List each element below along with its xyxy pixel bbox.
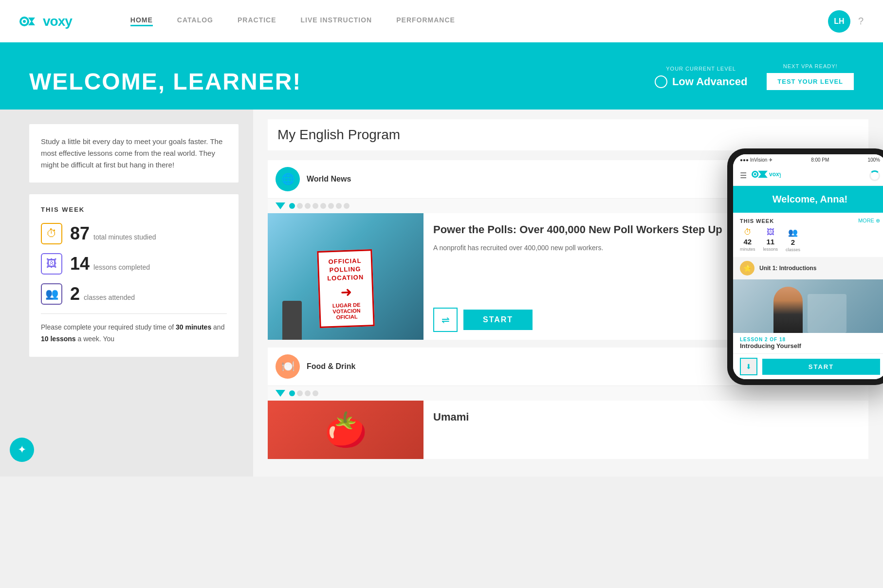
dot-f3 <box>313 390 318 396</box>
nav-performance[interactable]: PERFORMANCE <box>396 16 455 26</box>
stat-minutes-area: 87 total minutes studied <box>70 223 156 244</box>
phone-screen: ●●● InVision ✈ 8:00 PM 100% ☰ voxy <box>733 154 883 379</box>
food-image: 🍅 <box>268 401 423 459</box>
hero-right: YOUR CURRENT LEVEL Low Advanced NEXT VPA… <box>655 63 854 95</box>
dot-3 <box>313 203 318 209</box>
dot-food-active <box>289 390 295 396</box>
help-icon[interactable]: ? <box>858 16 864 27</box>
phone-more[interactable]: MORE ⊕ <box>858 218 880 224</box>
phone-unit-icon: ⭐ <box>740 261 754 276</box>
phone-minutes-num: 42 <box>743 238 752 246</box>
progress-triangle-2 <box>276 390 285 397</box>
stat-row-minutes: ⏱ 87 total minutes studied <box>41 223 227 244</box>
lessons-number: 14 <box>70 254 90 274</box>
tip-card: Study a little bit every day to meet you… <box>29 124 239 183</box>
background-blur <box>808 294 846 333</box>
hamburger-icon[interactable]: ☰ <box>740 171 747 180</box>
next-vpa-label: NEXT VPA READY! <box>767 63 854 69</box>
level-text: Low Advanced <box>672 75 747 88</box>
polling-visual: OFFICIALPOLLINGLOCATION ➜ LUGAR DEVOTACI… <box>268 213 423 340</box>
divider <box>41 313 227 314</box>
phone-lesson-photo <box>733 279 883 333</box>
phone-battery: 100% <box>867 157 880 163</box>
lesson-article-area-2: Umami <box>433 410 859 430</box>
phone-this-week: THIS WEEK MORE ⊕ ⏱ 42 minutes 🖼 11 lesso… <box>733 213 883 257</box>
shuffle-button-1[interactable]: ⇌ <box>433 308 458 332</box>
food-drink-label: Food & Drink <box>307 362 355 371</box>
phone-time: 8:00 PM <box>811 157 829 163</box>
nav-catalog[interactable]: CATALOG <box>177 16 213 26</box>
start-button-1[interactable]: START <box>463 310 533 330</box>
nav-home[interactable]: HOME <box>130 16 153 26</box>
world-news-icon: 🌐 <box>276 167 300 191</box>
loading-spinner <box>869 170 880 181</box>
polling-sign-text: OFFICIALPOLLINGLOCATION <box>326 257 364 283</box>
minutes-label: total minutes studied <box>93 233 156 241</box>
stat-lessons-area: 14 lessons completed <box>70 254 150 274</box>
classes-label: classes attended <box>84 294 135 301</box>
phone-download-button[interactable]: ⬇ <box>740 358 757 375</box>
lessons-label: lessons completed <box>93 263 150 271</box>
person-figure <box>773 287 803 333</box>
article-title-2: Umami <box>433 410 859 424</box>
phone-this-week-title: THIS WEEK <box>740 218 774 224</box>
current-level-label: YOUR CURRENT LEVEL <box>655 66 747 72</box>
phone-stat-minutes: ⏱ 42 minutes <box>740 228 755 252</box>
tip-text: Study a little bit every day to meet you… <box>41 136 227 171</box>
classes-number: 2 <box>70 284 80 304</box>
badge-icon[interactable]: ✦ <box>10 438 34 462</box>
svg-text:voxy: voxy <box>769 171 781 178</box>
polling-sign: OFFICIALPOLLINGLOCATION ➜ LUGAR DEVOTACI… <box>317 249 374 328</box>
hero-title: WELCOME, LEARNER! <box>29 68 301 95</box>
phone-status-bar: ●●● InVision ✈ 8:00 PM 100% <box>733 154 883 165</box>
lessons-icon: 🖼 <box>41 253 62 275</box>
polling-image: OFFICIALPOLLINGLOCATION ➜ LUGAR DEVOTACI… <box>268 213 423 340</box>
svg-point-5 <box>754 173 756 176</box>
classes-icon: 👥 <box>41 283 62 305</box>
current-level-section: YOUR CURRENT LEVEL Low Advanced <box>655 66 747 88</box>
phone-lesson-image <box>733 279 883 333</box>
phone-lesson-card: LESSON 2 OF 18 Introducing Yourself ⬇ ST… <box>733 279 883 379</box>
nav-live-instruction[interactable]: LIVE INSTRUCTION <box>301 16 372 26</box>
phone-logo: voxy <box>752 169 781 182</box>
logo[interactable]: voxy <box>19 14 72 29</box>
program-title: My English Program <box>268 119 868 150</box>
dot-f2 <box>305 390 311 396</box>
next-vpa-section: NEXT VPA READY! TEST YOUR LEVEL <box>767 63 854 90</box>
level-circle-icon <box>655 75 667 88</box>
phone-signal: ●●● InVision ✈ <box>740 157 773 163</box>
nav-practice[interactable]: PRACTICE <box>238 16 276 26</box>
phone-lessons-num: 11 <box>766 238 774 246</box>
phone-unit-title: Unit 1: Introductions <box>759 265 816 272</box>
requirement-text: Please complete your required study time… <box>41 322 227 345</box>
phone-classes-num: 2 <box>791 238 795 246</box>
phone-lesson-title: Introducing Yourself <box>740 342 880 349</box>
phone-lesson-number: LESSON 2 OF 18 <box>740 337 880 342</box>
dot-5 <box>328 203 334 209</box>
phone-start-button[interactable]: START <box>762 359 880 375</box>
main-nav: HOME CATALOG PRACTICE LIVE INSTRUCTION P… <box>130 16 455 26</box>
level-value: Low Advanced <box>655 75 747 88</box>
phone-timer-icon: ⏱ <box>744 228 752 237</box>
phone-minutes-label: minutes <box>740 247 755 252</box>
header: voxy HOME CATALOG PRACTICE LIVE INSTRUCT… <box>0 0 883 44</box>
left-sidebar: Study a little bit every day to meet you… <box>0 110 253 477</box>
food-drink-icon: 🍽️ <box>276 354 300 379</box>
minutes-number: 87 <box>70 223 90 244</box>
phone-unit-card: ⭐ Unit 1: Introductions <box>733 257 883 279</box>
lesson-body-2: 🍅 Umami <box>268 401 868 459</box>
main-panel-wrapper: My English Program 🌐 World News LESSON 1… <box>253 110 883 477</box>
stat-row-classes: 👥 2 classes attended <box>41 283 227 305</box>
phone-lessons-icon: 🖼 <box>767 228 774 237</box>
dot-2 <box>305 203 311 209</box>
phone-classes-label: classes <box>786 247 800 252</box>
phone-mockup: ●●● InVision ✈ 8:00 PM 100% ☰ voxy <box>727 148 883 385</box>
lesson-content-2: Umami <box>423 401 868 459</box>
timer-icon: ⏱ <box>41 223 62 244</box>
phone-this-week-header: THIS WEEK MORE ⊕ <box>740 218 880 224</box>
header-right: LH ? <box>828 10 864 33</box>
dot-1 <box>297 203 303 209</box>
test-level-button[interactable]: TEST YOUR LEVEL <box>767 73 854 90</box>
avatar[interactable]: LH <box>828 10 850 33</box>
hero-banner: WELCOME, LEARNER! YOUR CURRENT LEVEL Low… <box>0 44 883 110</box>
